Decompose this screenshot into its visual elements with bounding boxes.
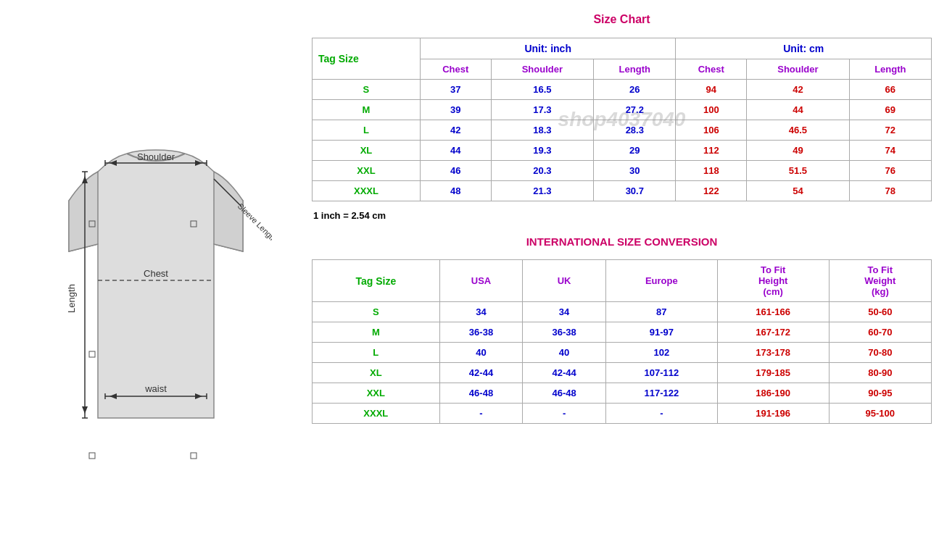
inch-length-cell: 27.2 <box>594 100 676 120</box>
inch-chest-cell: 39 <box>420 100 491 120</box>
inch-chest-cell: 37 <box>420 80 491 100</box>
unit-inch-header: Unit: inch <box>420 38 676 59</box>
intl-tag-cell: XL <box>313 363 440 383</box>
left-panel: Shoulder Length Chest waist Sleeve Lengt… <box>0 0 312 560</box>
intl-weight-header: To FitWeight(kg) <box>829 260 931 302</box>
inch-chest-cell: 48 <box>420 181 491 201</box>
cm-chest-cell: 122 <box>676 181 747 201</box>
cm-chest-cell: 106 <box>676 120 747 141</box>
intl-weight-cell: 95-100 <box>829 404 931 424</box>
svg-text:Shoulder: Shoulder <box>137 151 175 162</box>
inch-length-header: Length <box>594 59 676 80</box>
inch-chest-header: Chest <box>420 59 491 80</box>
size-chart-table: Tag Size Unit: inch Unit: cm Chest Shoul… <box>312 38 932 201</box>
intl-weight-cell: 50-60 <box>829 302 931 322</box>
size-chart-row: M 39 17.3 27.2 100 44 69 <box>313 100 932 120</box>
svg-rect-20 <box>89 453 95 459</box>
inch-length-cell: 29 <box>594 141 676 161</box>
intl-height-cell: 179-185 <box>717 363 829 383</box>
tag-size-cell: L <box>313 120 421 141</box>
cm-length-cell: 78 <box>849 181 931 201</box>
tag-size-cell: XXL <box>313 161 421 181</box>
intl-uk-cell: 40 <box>523 343 606 363</box>
cm-shoulder-cell: 42 <box>747 80 850 100</box>
intl-usa-cell: 42-44 <box>439 363 523 383</box>
intl-weight-cell: 90-95 <box>829 383 931 404</box>
intl-tag-size-header: Tag Size <box>313 260 440 302</box>
intl-europe-cell: - <box>605 404 717 424</box>
tag-size-cell: M <box>313 100 421 120</box>
intl-europe-cell: 87 <box>605 302 717 322</box>
svg-text:Chest: Chest <box>144 268 168 279</box>
svg-rect-22 <box>191 453 197 459</box>
intl-uk-cell: 34 <box>523 302 606 322</box>
cm-chest-cell: 94 <box>676 80 747 100</box>
cm-length-cell: 72 <box>849 120 931 141</box>
cm-length-header: Length <box>849 59 931 80</box>
inch-shoulder-header: Shoulder <box>491 59 594 80</box>
cm-shoulder-cell: 46.5 <box>747 120 850 141</box>
cm-length-cell: 69 <box>849 100 931 120</box>
inch-length-cell: 30.7 <box>594 181 676 201</box>
intl-height-cell: 167-172 <box>717 322 829 343</box>
intl-table-row: M 36-38 36-38 91-97 167-172 60-70 <box>313 322 932 343</box>
size-chart-row: XXXL 48 21.3 30.7 122 54 78 <box>313 181 932 201</box>
size-chart-row: XL 44 19.3 29 112 49 74 <box>313 141 932 161</box>
intl-europe-cell: 117-122 <box>605 383 717 404</box>
intl-uk-cell: 46-48 <box>523 383 606 404</box>
svg-text:Length: Length <box>66 284 77 313</box>
intl-usa-cell: 34 <box>439 302 523 322</box>
inch-shoulder-cell: 20.3 <box>491 161 594 181</box>
inch-shoulder-cell: 19.3 <box>491 141 594 161</box>
intl-height-cell: 173-178 <box>717 343 829 363</box>
intl-tag-cell: XXXL <box>313 404 440 424</box>
intl-table-row: XL 42-44 42-44 107-112 179-185 80-90 <box>313 363 932 383</box>
intl-europe-cell: 107-112 <box>605 363 717 383</box>
inch-shoulder-cell: 18.3 <box>491 120 594 141</box>
intl-europe-cell: 102 <box>605 343 717 363</box>
tag-size-cell: XXXL <box>313 181 421 201</box>
intl-table-row: XXXL - - - 191-196 95-100 <box>313 404 932 424</box>
intl-usa-header: USA <box>439 260 523 302</box>
size-chart-row: S 37 16.5 26 94 42 66 <box>313 80 932 100</box>
intl-weight-cell: 70-80 <box>829 343 931 363</box>
intl-uk-cell: - <box>523 404 606 424</box>
intl-tag-cell: S <box>313 302 440 322</box>
tag-size-header: Tag Size <box>313 38 421 80</box>
conversion-note: 1 inch = 2.54 cm <box>312 207 932 224</box>
svg-marker-10 <box>82 406 88 414</box>
intl-europe-header: Europe <box>605 260 717 302</box>
size-chart-row: L 42 18.3 28.3 106 46.5 72 <box>313 120 932 141</box>
cm-length-cell: 74 <box>849 141 931 161</box>
intl-usa-cell: 46-48 <box>439 383 523 404</box>
inch-chest-cell: 42 <box>420 120 491 141</box>
intl-tag-cell: M <box>313 322 440 343</box>
tshirt-diagram: Shoulder Length Chest waist Sleeve Lengt… <box>40 85 272 476</box>
intl-table-row: S 34 34 87 161-166 50-60 <box>313 302 932 322</box>
tag-size-cell: S <box>313 80 421 100</box>
intl-table-row: L 40 40 102 173-178 70-80 <box>313 343 932 363</box>
intl-usa-cell: 40 <box>439 343 523 363</box>
inch-shoulder-cell: 21.3 <box>491 181 594 201</box>
size-chart-title: Size Chart <box>312 7 932 32</box>
inch-shoulder-cell: 17.3 <box>491 100 594 120</box>
intl-height-cell: 186-190 <box>717 383 829 404</box>
inch-chest-cell: 44 <box>420 141 491 161</box>
cm-length-cell: 76 <box>849 161 931 181</box>
intl-usa-cell: - <box>439 404 523 424</box>
cm-shoulder-cell: 49 <box>747 141 850 161</box>
cm-shoulder-cell: 51.5 <box>747 161 850 181</box>
intl-uk-cell: 36-38 <box>523 322 606 343</box>
cm-chest-header: Chest <box>676 59 747 80</box>
intl-weight-cell: 60-70 <box>829 322 931 343</box>
intl-height-header: To FitHeight(cm) <box>717 260 829 302</box>
svg-rect-19 <box>89 351 95 357</box>
intl-tag-cell: XXL <box>313 383 440 404</box>
intl-title: INTERNATIONAL SIZE CONVERSION <box>312 230 932 254</box>
intl-height-cell: 191-196 <box>717 404 829 424</box>
tag-size-cell: XL <box>313 141 421 161</box>
unit-cm-header: Unit: cm <box>676 38 932 59</box>
inch-shoulder-cell: 16.5 <box>491 80 594 100</box>
cm-length-cell: 66 <box>849 80 931 100</box>
intl-weight-cell: 80-90 <box>829 363 931 383</box>
